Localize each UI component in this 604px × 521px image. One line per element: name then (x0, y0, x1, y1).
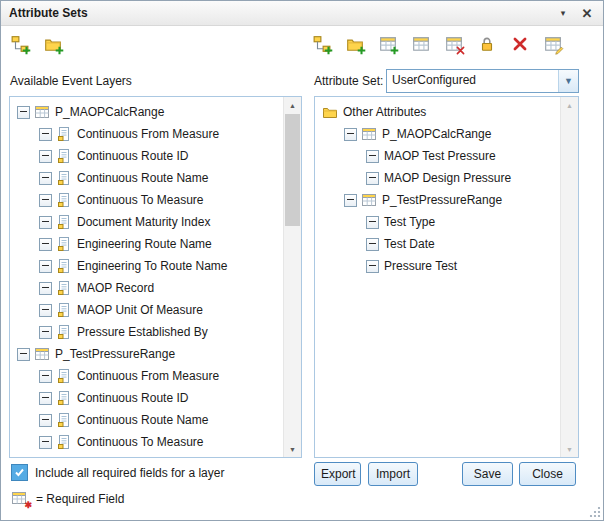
collapse-icon[interactable] (39, 150, 52, 163)
resize-grip-icon (588, 505, 601, 518)
close-button[interactable]: ✕ (579, 5, 595, 21)
tree-row[interactable]: P_MAOPCalcRange (10, 101, 284, 123)
collapse-icon[interactable] (366, 260, 379, 273)
collapse-icon[interactable] (39, 304, 52, 317)
edit-table-button[interactable] (542, 33, 564, 55)
collapse-icon[interactable] (39, 370, 52, 383)
tree-row[interactable]: Engineering Route Name (10, 233, 284, 255)
tree-item-label: Continuous To Measure (76, 435, 204, 449)
tree-item-label: Continuous Route ID (76, 149, 188, 163)
field-icon (56, 280, 72, 296)
tree-row[interactable]: Continuous From Measure (10, 123, 284, 145)
import-button[interactable]: Import (368, 462, 418, 486)
add-event-layer-button[interactable] (9, 33, 31, 55)
checkbox-label: Include all required fields for a layer (35, 466, 224, 480)
collapse-icon[interactable] (39, 172, 52, 185)
add-folder-button[interactable] (42, 33, 64, 55)
close-dialog-button[interactable]: Close (519, 462, 576, 486)
tree-row[interactable]: Continuous Route ID (10, 387, 284, 409)
resize-grip[interactable] (588, 505, 601, 518)
tree-row[interactable]: Pressure Established By (10, 321, 284, 343)
attribute-set-tree[interactable]: Other Attributes P_MAOPCalcRange MAOP Te… (314, 96, 579, 458)
field-icon (56, 170, 72, 186)
tree-item-label: MAOP Record (76, 281, 154, 295)
tree-row[interactable]: MAOP Test Pressure (315, 145, 561, 167)
tree-row[interactable]: Continuous To Measure (10, 189, 284, 211)
delete-x-icon (511, 35, 529, 53)
collapse-icon[interactable] (17, 106, 30, 119)
titlebar[interactable]: Attribute Sets ▾ ✕ (1, 1, 603, 26)
collapse-icon[interactable] (39, 436, 52, 449)
tree-item-label: Continuous Route ID (76, 391, 188, 405)
tree-row[interactable]: P_MAOPCalcRange (315, 123, 561, 145)
include-required-fields-checkbox[interactable] (11, 464, 28, 481)
collapse-icon[interactable] (39, 238, 52, 251)
collapse-icon[interactable] (39, 414, 52, 427)
required-field-icon: ✱ (11, 490, 28, 507)
dialog-options-button[interactable]: ▾ (555, 5, 571, 21)
new-attribute-set-button[interactable] (311, 33, 333, 55)
collapse-icon[interactable] (366, 216, 379, 229)
scrollbar-thumb[interactable] (285, 114, 300, 226)
available-event-layers-list[interactable]: P_MAOPCalcRange Continuous From Measure … (9, 96, 302, 458)
collapse-icon[interactable] (366, 150, 379, 163)
tree-row[interactable]: Continuous Route ID (10, 145, 284, 167)
available-event-layers-label: Available Event Layers (10, 72, 132, 90)
field-icon (56, 302, 72, 318)
export-button[interactable]: Export (314, 462, 361, 486)
tree-row[interactable]: Document Maturity Index (10, 211, 284, 233)
tree-row[interactable]: Continuous To Measure (10, 431, 284, 453)
scroll-down-button[interactable]: ▼ (561, 441, 578, 457)
tree-item-label: Continuous To Measure (76, 193, 204, 207)
tree-row[interactable]: Continuous Route Name (10, 409, 284, 431)
tree-item-label: Pressure Established By (76, 325, 208, 339)
tree-row[interactable]: Test Date (315, 233, 561, 255)
plus-icon (389, 45, 400, 56)
left-scrollbar[interactable]: ▲ ▼ (283, 97, 301, 457)
tree-row[interactable]: Engineering To Route Name (10, 255, 284, 277)
tree-row[interactable]: Pressure Test (315, 255, 561, 277)
collapse-icon[interactable] (366, 238, 379, 251)
collapse-icon[interactable] (39, 194, 52, 207)
collapse-icon[interactable] (344, 194, 357, 207)
field-icon (56, 214, 72, 230)
table-icon (361, 192, 377, 208)
tree-item-label: P_MAOPCalcRange (381, 127, 491, 141)
collapse-icon[interactable] (39, 326, 52, 339)
attribute-set-combobox[interactable]: UserConfigured ▼ (386, 69, 579, 93)
tree-row[interactable]: MAOP Design Pressure (315, 167, 561, 189)
scroll-up-button[interactable]: ▲ (284, 97, 301, 113)
tree-row[interactable]: P_TestPressureRange (10, 343, 284, 365)
add-table-button[interactable] (377, 33, 399, 55)
collapse-icon[interactable] (39, 260, 52, 273)
collapse-icon[interactable] (39, 282, 52, 295)
new-folder-button[interactable] (344, 33, 366, 55)
table-button[interactable] (410, 33, 432, 55)
tree-row[interactable]: Continuous Route Name (10, 167, 284, 189)
scroll-up-button[interactable]: ▲ (561, 97, 578, 113)
collapse-icon[interactable] (344, 128, 357, 141)
collapse-icon[interactable] (39, 128, 52, 141)
field-icon (56, 258, 72, 274)
tree-row[interactable]: MAOP Unit Of Measure (10, 299, 284, 321)
lock-button[interactable] (476, 33, 498, 55)
tree-item-label: Continuous From Measure (76, 369, 219, 383)
tree-row[interactable]: P_TestPressureRange (315, 189, 561, 211)
collapse-icon[interactable] (39, 216, 52, 229)
tree-row[interactable]: Other Attributes (315, 101, 561, 123)
tree-row[interactable]: MAOP Record (10, 277, 284, 299)
combobox-dropdown-icon[interactable]: ▼ (558, 70, 578, 92)
right-scrollbar[interactable]: ▲ ▼ (560, 97, 578, 457)
collapse-icon[interactable] (17, 348, 30, 361)
tree-row[interactable]: Continuous From Measure (10, 365, 284, 387)
save-button[interactable]: Save (462, 462, 513, 486)
tree-item-label: Continuous From Measure (76, 127, 219, 141)
tree-row[interactable]: Test Type (315, 211, 561, 233)
delete-button[interactable] (509, 33, 531, 55)
collapse-icon[interactable] (366, 172, 379, 185)
include-required-fields-row[interactable]: Include all required fields for a layer (11, 464, 224, 481)
remove-table-button[interactable] (443, 33, 465, 55)
scroll-down-button[interactable]: ▼ (284, 441, 301, 457)
collapse-icon[interactable] (39, 392, 52, 405)
folder-icon (322, 104, 338, 120)
